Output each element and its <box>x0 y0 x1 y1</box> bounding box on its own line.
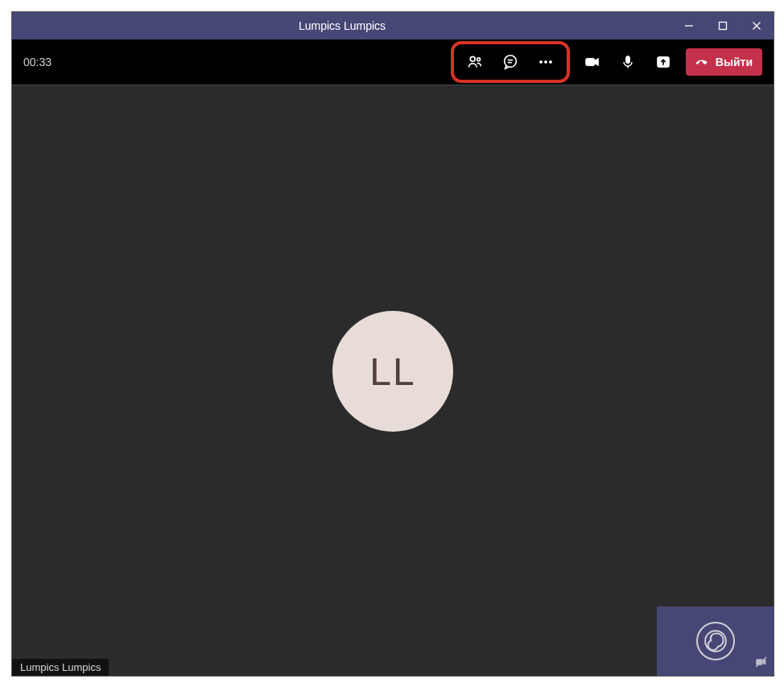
participant-name-chip: Lumpics Lumpics <box>12 659 109 676</box>
svg-point-4 <box>470 56 475 61</box>
svg-rect-13 <box>625 56 629 64</box>
participant-avatar: LL <box>332 311 453 432</box>
maximize-button[interactable] <box>706 12 740 39</box>
chat-button[interactable] <box>493 46 528 78</box>
share-button[interactable] <box>646 46 681 78</box>
window-title: Lumpics Lumpics <box>12 19 672 32</box>
camera-button[interactable] <box>575 46 610 78</box>
titlebar: Lumpics Lumpics <box>12 12 774 39</box>
self-view-tile[interactable] <box>657 606 774 676</box>
call-timer: 00:33 <box>23 56 52 68</box>
svg-rect-1 <box>720 23 727 30</box>
hangup-icon <box>694 53 710 72</box>
camera-off-icon <box>754 655 769 673</box>
video-stage: LL Lumpics Lumpics <box>12 86 774 676</box>
avatar-initials: LL <box>369 350 415 394</box>
close-button[interactable] <box>740 12 774 39</box>
participants-button[interactable] <box>457 46 493 78</box>
leave-button[interactable]: Выйти <box>686 48 762 76</box>
svg-rect-12 <box>586 58 595 65</box>
svg-point-5 <box>477 58 481 61</box>
svg-point-6 <box>505 56 517 68</box>
highlight-box <box>451 41 570 83</box>
app-window: Lumpics Lumpics 00:33 <box>11 11 774 677</box>
more-options-button[interactable] <box>528 46 563 78</box>
svg-point-10 <box>544 61 547 64</box>
microphone-button[interactable] <box>610 46 646 78</box>
minimize-button[interactable] <box>672 12 706 39</box>
svg-point-9 <box>539 61 542 64</box>
svg-point-11 <box>549 61 551 64</box>
call-toolbar: 00:33 <box>12 39 774 85</box>
toolbar-divider <box>12 85 774 85</box>
leave-label: Выйти <box>716 56 753 68</box>
obs-icon <box>696 622 735 660</box>
